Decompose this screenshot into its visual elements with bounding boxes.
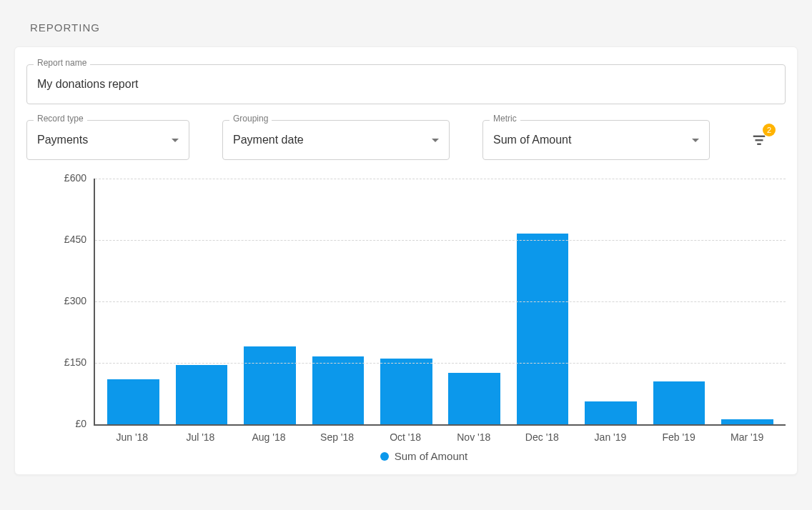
grouping-label: Grouping bbox=[229, 114, 272, 124]
y-tick-label: £450 bbox=[64, 234, 86, 245]
bar[interactable] bbox=[312, 356, 365, 424]
legend-dot-icon bbox=[380, 452, 389, 461]
svg-rect-0 bbox=[753, 136, 766, 137]
report-name-field[interactable]: Report name My donations report bbox=[26, 64, 786, 104]
x-tick-label: Feb '19 bbox=[645, 431, 713, 443]
y-tick-label: £0 bbox=[75, 418, 86, 429]
chart-legend: Sum of Amount bbox=[62, 450, 786, 462]
y-tick: £600 bbox=[26, 172, 91, 184]
record-type-label: Record type bbox=[34, 114, 87, 124]
metric-value: Sum of Amount bbox=[493, 134, 571, 146]
x-tick-label: Mar '19 bbox=[713, 431, 781, 443]
grid-line bbox=[95, 301, 786, 302]
bar[interactable] bbox=[107, 379, 159, 424]
svg-rect-2 bbox=[757, 144, 761, 145]
x-axis-labels: Jun '18Jul '18Aug '18Sep '18Oct '18Nov '… bbox=[94, 426, 786, 443]
grouping-select[interactable]: Grouping Payment date bbox=[222, 120, 450, 160]
bar[interactable] bbox=[448, 373, 500, 424]
chart-plot bbox=[94, 179, 786, 426]
y-tick: £150 bbox=[26, 356, 91, 368]
bar[interactable] bbox=[653, 381, 705, 424]
chevron-down-icon bbox=[692, 139, 699, 142]
y-tick: £450 bbox=[26, 234, 91, 245]
filter-button[interactable]: 2 bbox=[751, 132, 767, 148]
grid-line bbox=[95, 179, 786, 179]
page-title: REPORTING bbox=[30, 21, 798, 34]
grid-line bbox=[95, 240, 786, 241]
y-tick: £0 bbox=[26, 418, 91, 429]
legend-label: Sum of Amount bbox=[395, 450, 468, 462]
report-card: Report name My donations report Record t… bbox=[14, 46, 798, 475]
svg-rect-1 bbox=[756, 139, 763, 141]
bar[interactable] bbox=[585, 401, 637, 424]
x-tick-label: Jun '18 bbox=[98, 431, 167, 443]
report-name-label: Report name bbox=[34, 58, 90, 68]
y-tick: £300 bbox=[26, 295, 91, 306]
x-tick-label: Dec '18 bbox=[508, 431, 577, 443]
record-type-value: Payments bbox=[37, 134, 88, 146]
y-tick-label: £600 bbox=[64, 172, 86, 184]
x-tick-label: Oct '18 bbox=[371, 431, 440, 443]
report-name-value: My donations report bbox=[37, 78, 138, 91]
metric-label: Metric bbox=[490, 114, 520, 124]
record-type-select[interactable]: Record type Payments bbox=[26, 120, 189, 160]
x-tick-label: Nov '18 bbox=[440, 431, 508, 443]
metric-select[interactable]: Metric Sum of Amount bbox=[482, 120, 710, 160]
bar[interactable] bbox=[517, 234, 569, 424]
bar[interactable] bbox=[244, 346, 296, 424]
x-tick-label: Jan '19 bbox=[576, 431, 645, 443]
bar[interactable] bbox=[721, 419, 773, 424]
grid-line bbox=[95, 363, 786, 364]
chevron-down-icon bbox=[432, 139, 439, 142]
bar-chart: £600£450£300£150£0 Jun '18Jul '18Aug '18… bbox=[26, 174, 786, 467]
x-tick-label: Aug '18 bbox=[234, 431, 303, 443]
x-tick-label: Jul '18 bbox=[167, 431, 235, 443]
bar[interactable] bbox=[380, 359, 432, 424]
y-axis: £600£450£300£150£0 bbox=[26, 179, 91, 426]
y-tick-label: £300 bbox=[64, 295, 86, 306]
bar[interactable] bbox=[176, 365, 228, 424]
x-tick-label: Sep '18 bbox=[303, 431, 372, 443]
y-tick-label: £150 bbox=[64, 356, 86, 368]
chevron-down-icon bbox=[172, 139, 179, 142]
grouping-value: Payment date bbox=[233, 134, 304, 146]
filter-count-badge: 2 bbox=[763, 124, 776, 136]
